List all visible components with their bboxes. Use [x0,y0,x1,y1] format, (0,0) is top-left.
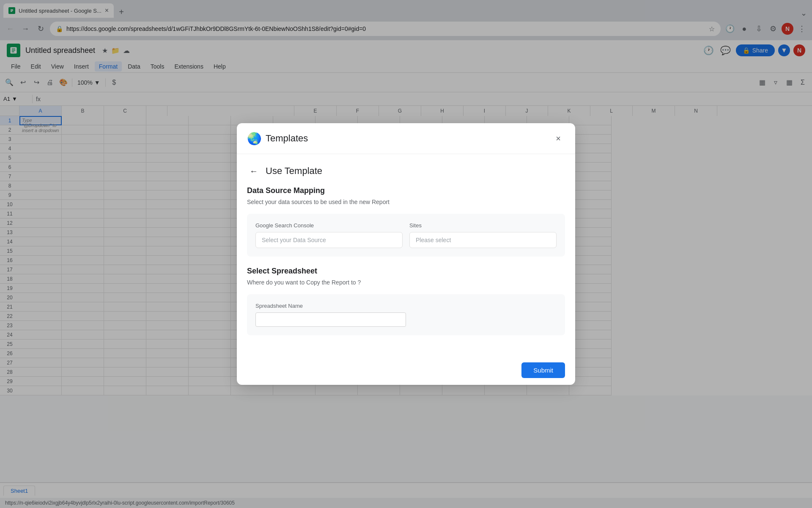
back-button[interactable]: ← [247,164,261,178]
spreadsheet-name-label: Spreadsheet Name [255,303,557,309]
modal-title: Templates [266,133,551,144]
sites-input[interactable] [409,232,557,248]
modal-page-title: Use Template [266,166,322,177]
modal-footer: Submit [237,356,575,385]
data-source-title: Data Source Mapping [247,186,565,195]
data-source-description: Select your data sources to be used in t… [247,199,565,205]
data-source-fields-row: Google Search Console Sites [255,222,557,248]
spreadsheet-section-title: Select Spreadsheet [247,267,565,276]
google-search-console-input[interactable] [255,232,403,248]
data-source-mapping-section: Data Source Mapping Select your data sou… [247,186,565,257]
select-spreadsheet-section: Select Spreadsheet Where do you want to … [247,267,565,335]
sites-field: Sites [409,222,557,248]
data-source-card: Google Search Console Sites [247,214,565,257]
modal-nav: ← Use Template [247,164,565,178]
modal-overlay[interactable]: 🌏 Templates × ← Use Template Data Source… [0,0,812,508]
google-search-console-field: Google Search Console [255,222,403,248]
modal-header: 🌏 Templates × [237,123,575,154]
modal-close-button[interactable]: × [551,132,565,145]
submit-button[interactable]: Submit [521,362,565,378]
google-search-console-label: Google Search Console [255,222,403,229]
sites-label: Sites [409,222,557,229]
spreadsheet-name-input[interactable] [255,312,406,327]
modal-logo: 🌏 [247,132,261,145]
spreadsheet-card: Spreadsheet Name [247,294,565,335]
modal-body: ← Use Template Data Source Mapping Selec… [237,154,575,356]
templates-modal: 🌏 Templates × ← Use Template Data Source… [237,123,575,385]
spreadsheet-section-desc: Where do you want to Copy the Report to … [247,279,565,286]
